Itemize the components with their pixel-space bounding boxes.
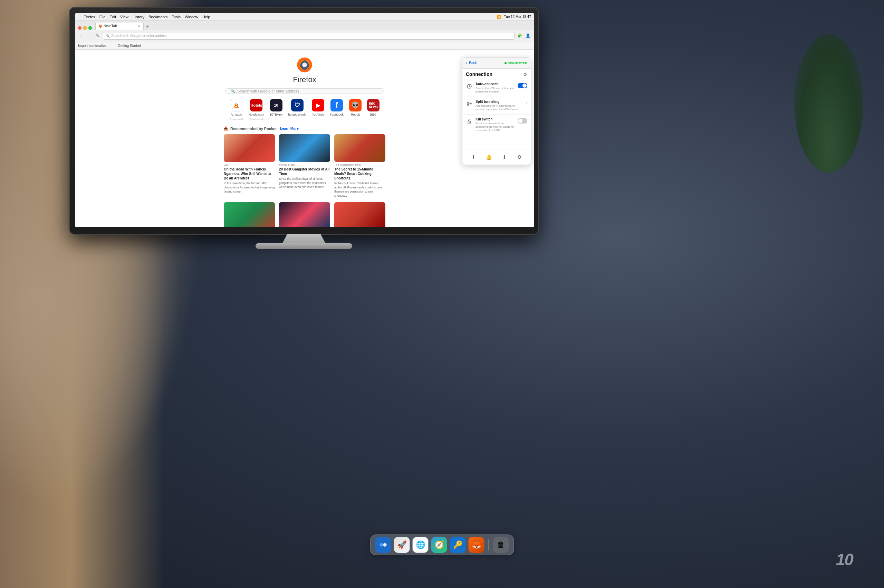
vpn-autoconnect-row: Auto-connect Connect to VPN every time y… bbox=[462, 79, 531, 97]
maximize-button[interactable] bbox=[89, 26, 92, 30]
menu-tools[interactable]: Tools bbox=[171, 15, 180, 19]
article-card-3[interactable]: The Washington Post The Secret to 15-Min… bbox=[334, 134, 385, 198]
vpn-connected-badge: CONNECTED bbox=[505, 62, 527, 65]
shortcut-hotspot[interactable]: 🛡 hotspotshield bbox=[288, 99, 306, 121]
article-card-1[interactable]: GQ On the Road With Francis Ngannou, Who… bbox=[224, 134, 275, 198]
shortcut-youtube[interactable]: ▶ YouTube bbox=[312, 99, 324, 121]
dock-finder[interactable] bbox=[375, 537, 391, 553]
article-thumb-3 bbox=[334, 134, 385, 162]
menubar-wifi-icon: 📶 bbox=[497, 15, 501, 19]
vpn-panel-header: ‹ Back CONNECTED bbox=[462, 58, 531, 69]
shortcut-reddit-label: Reddit bbox=[351, 113, 360, 116]
shortcut-youtube-label: YouTube bbox=[312, 113, 324, 116]
dock-firefox[interactable]: 🦊 bbox=[469, 537, 484, 553]
article-card-2[interactable]: Mental Floss 20 Best Gangster Movies of … bbox=[279, 134, 330, 198]
menu-edit[interactable]: Edit bbox=[110, 15, 116, 19]
dock-chrome[interactable]: 🌐 bbox=[413, 537, 428, 553]
dock: 🚀 🌐 🧭 🔑 🦊 🗑 bbox=[370, 534, 514, 555]
vpn-spacer bbox=[462, 135, 531, 149]
minimize-button[interactable] bbox=[83, 26, 87, 30]
menu-file[interactable]: File bbox=[99, 15, 106, 19]
shortcut-amazon[interactable]: a Amazon Sponsored bbox=[230, 99, 243, 121]
kill-switch-info: Kill switch Block the browser from acces… bbox=[475, 117, 515, 132]
pocket-header: 📥 Recommended by Pocket Learn More bbox=[223, 126, 386, 131]
menu-view[interactable]: View bbox=[120, 15, 128, 19]
connected-indicator-dot bbox=[505, 62, 507, 64]
svg-point-3 bbox=[302, 63, 307, 67]
menubar-left: Firefox File Edit View History Bookmarks… bbox=[78, 15, 210, 19]
dock-launchpad[interactable]: 🚀 bbox=[394, 537, 410, 553]
url-text: Search with Google or enter address bbox=[111, 34, 167, 38]
vpn-back-button[interactable]: Back bbox=[469, 61, 477, 65]
menu-window[interactable]: Window bbox=[185, 15, 198, 19]
forward-button[interactable]: → bbox=[86, 33, 93, 39]
imac-bezel: Firefox File Edit View History Bookmarks… bbox=[69, 7, 539, 235]
menubar-time: Tue 12 Mar 18:47 bbox=[504, 15, 531, 19]
dock-safari[interactable]: 🧭 bbox=[431, 537, 447, 553]
hotels-icon: Hotels bbox=[250, 99, 262, 111]
browser-tab-active[interactable]: 🦊 New Tab ✕ bbox=[95, 22, 144, 30]
vpn-split-tunnel-row[interactable]: Split tunneling Add domains or IP addres… bbox=[462, 97, 531, 114]
vpn-footer: ⬇ 🔔 ℹ ⚙ bbox=[462, 149, 531, 165]
pocket-logo: 📥 bbox=[223, 126, 228, 131]
split-tunnel-desc: Add domains or IP addresses to exclude t… bbox=[475, 104, 523, 111]
shortcut-10tbvpn[interactable]: 10 10TBVpn bbox=[270, 99, 283, 121]
menu-bookmarks[interactable]: Bookmarks bbox=[149, 15, 167, 19]
firefox-title: Firefox bbox=[293, 75, 316, 84]
close-button[interactable] bbox=[78, 26, 81, 30]
autoconnect-toggle[interactable] bbox=[518, 83, 527, 88]
article-card-5[interactable]: The New Yorker My Anxiety Is what's wron… bbox=[279, 202, 330, 227]
app-name[interactable]: Firefox bbox=[84, 15, 95, 19]
split-tunnel-info: Split tunneling Add domains or IP addres… bbox=[475, 100, 523, 111]
learn-more-link[interactable]: Learn More bbox=[280, 127, 299, 130]
back-chevron-icon: ‹ bbox=[466, 61, 467, 65]
vpn-info-button[interactable]: ℹ bbox=[499, 152, 509, 162]
vpn-notifications-button[interactable]: 🔔 bbox=[484, 152, 494, 162]
split-tunnel-title: Split tunneling bbox=[475, 100, 523, 104]
shortcut-hotspot-label: hotspotshield bbox=[288, 113, 306, 116]
autoconnect-info: Auto-connect Connect to VPN every time y… bbox=[475, 82, 515, 94]
article-source-2: Mental Floss bbox=[279, 163, 330, 166]
reload-button[interactable]: ↻ bbox=[95, 33, 101, 39]
hotspot-icon: 🛡 bbox=[291, 99, 304, 111]
kill-switch-toggle[interactable] bbox=[518, 118, 527, 123]
menu-help[interactable]: Help bbox=[202, 15, 210, 19]
article-card-6[interactable]: Outside Magazine 7 of the Best Outdoor G… bbox=[334, 202, 385, 227]
shortcut-facebook[interactable]: f Facebook bbox=[330, 99, 344, 121]
article-thumb-4 bbox=[224, 202, 275, 227]
browser-toolbar: ← → ↻ 🔍 Search with Google or enter addr… bbox=[75, 30, 534, 42]
url-bar[interactable]: 🔍 Search with Google or enter address bbox=[103, 32, 514, 40]
shortcut-reddit[interactable]: 👽 Reddit bbox=[349, 99, 362, 121]
vpn10-icon: 10 bbox=[270, 99, 283, 111]
article-thumb-2 bbox=[279, 134, 330, 162]
new-tab-button[interactable]: + bbox=[144, 24, 150, 30]
search-icon: 🔍 bbox=[230, 88, 235, 93]
account-button[interactable]: 👤 bbox=[525, 33, 531, 39]
vpn-settings-gear-icon[interactable]: ⚙ bbox=[523, 72, 527, 77]
menubar-right: 📶 Tue 12 Mar 18:47 bbox=[497, 15, 531, 19]
shortcut-facebook-label: Facebook bbox=[330, 113, 344, 116]
svg-point-9 bbox=[383, 543, 387, 547]
dock-trash[interactable]: 🗑 bbox=[493, 537, 509, 553]
shortcut-bbc[interactable]: BBCNEWS BBC bbox=[367, 99, 379, 121]
traffic-lights bbox=[78, 26, 92, 30]
shortcut-hotels-label: Hotels.com bbox=[249, 113, 264, 116]
search-bar[interactable]: 🔍 Search with Google or enter address bbox=[225, 88, 384, 93]
menubar: Firefox File Edit View History Bookmarks… bbox=[75, 13, 534, 21]
article-card-4[interactable]: The Guardian Rage, Waste and Corruption:… bbox=[224, 202, 275, 227]
menu-history[interactable]: History bbox=[132, 15, 144, 19]
bookmark-import[interactable]: Import bookmarks... bbox=[78, 44, 108, 48]
dock-1password[interactable]: 🔑 bbox=[450, 537, 466, 553]
pocket-title: Recommended by Pocket bbox=[230, 127, 277, 131]
article-thumb-1 bbox=[224, 134, 275, 162]
shortcut-amazon-sublabel: Sponsored bbox=[230, 118, 243, 121]
back-button[interactable]: ← bbox=[78, 33, 84, 39]
shortcut-hotels[interactable]: Hotels Hotels.com Sponsored bbox=[249, 99, 264, 121]
bookmark-getting-started[interactable]: Getting Started bbox=[118, 44, 141, 48]
article-thumb-6 bbox=[334, 202, 385, 227]
shortcut-hotels-sublabel: Sponsored bbox=[250, 118, 263, 121]
extensions-button[interactable]: 🧩 bbox=[517, 33, 523, 39]
imac-frame: Firefox File Edit View History Bookmarks… bbox=[69, 7, 539, 255]
vpn-download-button[interactable]: ⬇ bbox=[469, 152, 478, 162]
vpn-settings-button[interactable]: ⚙ bbox=[515, 152, 525, 162]
